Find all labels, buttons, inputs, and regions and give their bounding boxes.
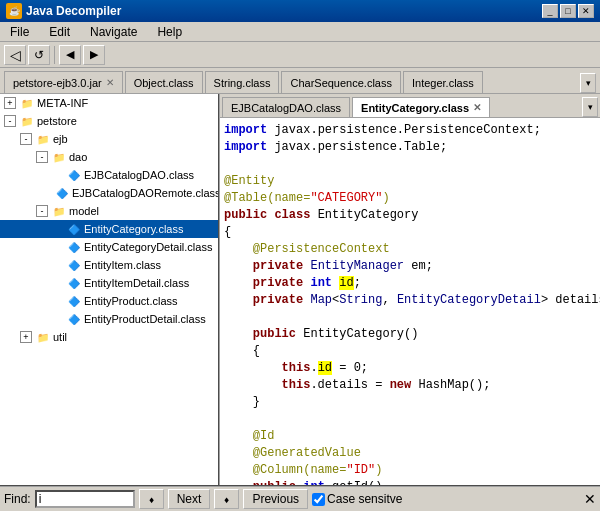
code-line-6: public class EntityCategory <box>220 207 600 224</box>
title-bar-controls: _ □ ✕ <box>542 4 594 18</box>
code-content[interactable]: import javax.persistence.PersistenceCont… <box>220 118 600 485</box>
tree-label-model: model <box>69 205 99 217</box>
find-bar: Find: ⬧ Next ⬧ Previous Case sensitve ✕ <box>0 485 600 511</box>
tree-item-entityitem[interactable]: 🔷 EntityItem.class <box>0 256 218 274</box>
minimize-button[interactable]: _ <box>542 4 558 18</box>
tree-item-util[interactable]: + 📁 util <box>0 328 218 346</box>
find-prev-arrow2-button[interactable]: ⬧ <box>214 489 239 509</box>
tree-item-entityproduct[interactable]: 🔷 EntityProduct.class <box>0 292 218 310</box>
code-line-4: @Entity <box>220 173 600 190</box>
code-line-14: { <box>220 343 600 360</box>
find-prev-button[interactable]: Previous <box>243 489 308 509</box>
class-icon-entityproduct: 🔷 <box>66 293 82 309</box>
tree-item-entitycategory[interactable]: 🔷 EntityCategory.class <box>0 220 218 238</box>
case-sensitive-input[interactable] <box>312 493 325 506</box>
code-tab-ejbcatalogdao[interactable]: EJBCatalogDAO.class <box>222 97 350 117</box>
tree-label-petstore: petstore <box>37 115 77 127</box>
find-next-button[interactable]: Next <box>168 489 211 509</box>
tree-label-entityitem: EntityItem.class <box>84 259 161 271</box>
case-sensitive-checkbox[interactable]: Case sensitve <box>312 492 402 506</box>
file-tabs: petstore-ejb3.0.jar ✕ Object.class Strin… <box>0 68 600 94</box>
code-line-11: private Map<String, EntityCategoryDetail… <box>220 292 600 309</box>
folder-icon-ejb: 📁 <box>35 131 51 147</box>
class-icon-ejbcatalogdaoremote: 🔷 <box>54 185 70 201</box>
code-tab-entitycategory-label: EntityCategory.class <box>361 102 469 114</box>
folder-icon-util: 📁 <box>35 329 51 345</box>
file-tab-charsequence-label: CharSequence.class <box>290 77 392 89</box>
file-tab-object[interactable]: Object.class <box>125 71 203 93</box>
class-icon-entityitem: 🔷 <box>66 257 82 273</box>
file-tab-integer[interactable]: Integer.class <box>403 71 483 93</box>
tree-label-entityproduct: EntityProduct.class <box>84 295 178 307</box>
find-input[interactable] <box>35 490 135 508</box>
folder-icon-metainf: 📁 <box>19 95 35 111</box>
menu-help[interactable]: Help <box>151 24 188 40</box>
tab-dropdown-button[interactable]: ▾ <box>580 73 596 93</box>
close-button[interactable]: ✕ <box>578 4 594 18</box>
code-line-18 <box>220 411 600 428</box>
code-line-7: { <box>220 224 600 241</box>
expand-util[interactable]: + <box>20 331 32 343</box>
tree-item-entityproductdetail[interactable]: 🔷 EntityProductDetail.class <box>0 310 218 328</box>
code-line-20: @GeneratedValue <box>220 445 600 462</box>
tree-item-entitycategorydetail[interactable]: 🔷 EntityCategoryDetail.class <box>0 238 218 256</box>
file-tab-charsequence[interactable]: CharSequence.class <box>281 71 401 93</box>
maximize-button[interactable]: □ <box>560 4 576 18</box>
app-icon: ☕ <box>6 3 22 19</box>
code-line-1: import javax.persistence.PersistenceCont… <box>220 122 600 139</box>
file-tab-jar[interactable]: petstore-ejb3.0.jar ✕ <box>4 71 123 93</box>
back-button[interactable]: ◁ <box>4 45 26 65</box>
folder-icon-dao: 📁 <box>51 149 67 165</box>
tree-item-dao[interactable]: - 📁 dao <box>0 148 218 166</box>
expand-metainf[interactable]: + <box>4 97 16 109</box>
tree-item-entityitemdetail[interactable]: 🔷 EntityItemDetail.class <box>0 274 218 292</box>
code-line-17: } <box>220 394 600 411</box>
expand-dao[interactable]: - <box>36 151 48 163</box>
code-tab-dropdown[interactable]: ▾ <box>582 97 598 117</box>
expand-ejb[interactable]: - <box>20 133 32 145</box>
expand-petstore[interactable]: - <box>4 115 16 127</box>
app-title: Java Decompiler <box>26 4 121 18</box>
folder-icon-model: 📁 <box>51 203 67 219</box>
tree-item-ejbcatalogdao[interactable]: 🔷 EJBCatalogDAO.class <box>0 166 218 184</box>
code-tab-entitycategory-close[interactable]: ✕ <box>473 102 481 113</box>
expand-model[interactable]: - <box>36 205 48 217</box>
toolbar-separator <box>54 46 55 64</box>
title-bar: ☕ Java Decompiler _ □ ✕ <box>0 0 600 22</box>
tree-label-entitycategory: EntityCategory.class <box>84 223 183 235</box>
menu-file[interactable]: File <box>4 24 35 40</box>
file-tab-string-label: String.class <box>214 77 271 89</box>
tree-item-ejbcatalogdaoremote[interactable]: 🔷 EJBCatalogDAORemote.class <box>0 184 218 202</box>
file-tab-jar-label: petstore-ejb3.0.jar <box>13 77 102 89</box>
code-tab-entitycategory[interactable]: EntityCategory.class ✕ <box>352 97 490 117</box>
code-line-16: this.details = new HashMap(); <box>220 377 600 394</box>
find-prev-arrow-button[interactable]: ⬧ <box>139 489 164 509</box>
code-line-22: public int getId() <box>220 479 600 485</box>
refresh-button[interactable]: ↺ <box>28 45 50 65</box>
code-line-19: @Id <box>220 428 600 445</box>
tree-item-model[interactable]: - 📁 model <box>0 202 218 220</box>
find-close-button[interactable]: ✕ <box>584 491 596 507</box>
code-line-2: import javax.persistence.Table; <box>220 139 600 156</box>
tree-label-entitycategorydetail: EntityCategoryDetail.class <box>84 241 212 253</box>
find-label: Find: <box>4 492 31 506</box>
code-line-9: private EntityManager em; <box>220 258 600 275</box>
tree-label-util: util <box>53 331 67 343</box>
tree-label-ejbcatalogdaoremote: EJBCatalogDAORemote.class <box>72 187 220 199</box>
folder-icon-petstore: 📁 <box>19 113 35 129</box>
nav-back-button[interactable]: ◀ <box>59 45 81 65</box>
tree-label-ejb: ejb <box>53 133 68 145</box>
nav-forward-button[interactable]: ▶ <box>83 45 105 65</box>
file-tab-jar-close[interactable]: ✕ <box>106 77 114 88</box>
tree-item-metainf[interactable]: + 📁 META-INF <box>0 94 218 112</box>
menu-edit[interactable]: Edit <box>43 24 76 40</box>
find-next-label: Next <box>177 492 202 506</box>
tree-item-petstore[interactable]: - 📁 petstore <box>0 112 218 130</box>
code-line-21: @Column(name="ID") <box>220 462 600 479</box>
file-tab-string[interactable]: String.class <box>205 71 280 93</box>
tree-item-ejb[interactable]: - 📁 ejb <box>0 130 218 148</box>
tree-label-entityitemdetail: EntityItemDetail.class <box>84 277 189 289</box>
menu-navigate[interactable]: Navigate <box>84 24 143 40</box>
class-icon-entitycategory: 🔷 <box>66 221 82 237</box>
class-icon-entityitemdetail: 🔷 <box>66 275 82 291</box>
